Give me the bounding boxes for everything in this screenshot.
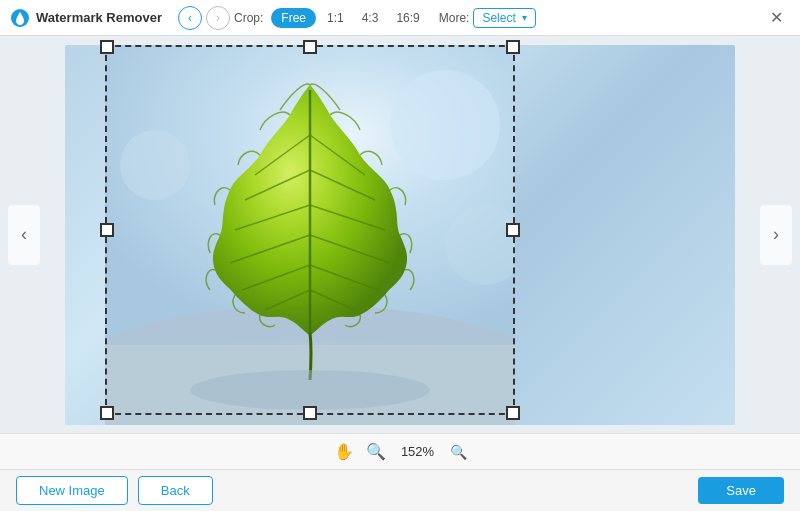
zoom-percent: 152% — [398, 444, 438, 459]
titlebar: Watermark Remover ‹ › Crop: Free 1:1 4:3… — [0, 0, 800, 36]
hand-tool-icon[interactable]: ✋ — [334, 442, 354, 461]
arrow-right-icon: › — [773, 224, 779, 245]
app-logo — [10, 8, 30, 28]
close-button[interactable]: ✕ — [762, 4, 790, 32]
nav-left-arrow[interactable]: ‹ — [8, 205, 40, 265]
crop-label: Crop: — [234, 11, 263, 25]
crop-option-16-9[interactable]: 16:9 — [389, 8, 426, 28]
new-image-button[interactable]: New Image — [16, 476, 128, 505]
crop-option-1-1[interactable]: 1:1 — [320, 8, 351, 28]
bottombar: New Image Back Save — [0, 469, 800, 511]
arrow-left-icon: ‹ — [21, 224, 27, 245]
canvas-area: ‹ — [0, 36, 800, 433]
zoom-in-icon[interactable]: 🔍 — [366, 442, 386, 461]
select-dropdown[interactable]: Select ▾ — [473, 8, 535, 28]
close-icon: ✕ — [770, 8, 783, 27]
svg-point-20 — [190, 370, 430, 410]
zoombar: ✋ 🔍 152% 🔍 — [0, 433, 800, 469]
leaf-image — [105, 45, 515, 425]
nav-right-arrow[interactable]: › — [760, 205, 792, 265]
zoom-out-icon[interactable]: 🔍 — [450, 444, 467, 460]
app-title: Watermark Remover — [36, 10, 162, 25]
back-button[interactable]: Back — [138, 476, 213, 505]
crop-option-free[interactable]: Free — [271, 8, 316, 28]
svg-point-4 — [390, 70, 500, 180]
save-button[interactable]: Save — [698, 477, 784, 504]
image-container — [65, 45, 735, 425]
nav-back-button[interactable]: ‹ — [178, 6, 202, 30]
chevron-down-icon: ▾ — [522, 12, 527, 23]
select-label: Select — [482, 11, 515, 25]
svg-point-5 — [120, 130, 190, 200]
more-label: More: — [439, 11, 470, 25]
crop-option-4-3[interactable]: 4:3 — [355, 8, 386, 28]
nav-forward-button[interactable]: › — [206, 6, 230, 30]
